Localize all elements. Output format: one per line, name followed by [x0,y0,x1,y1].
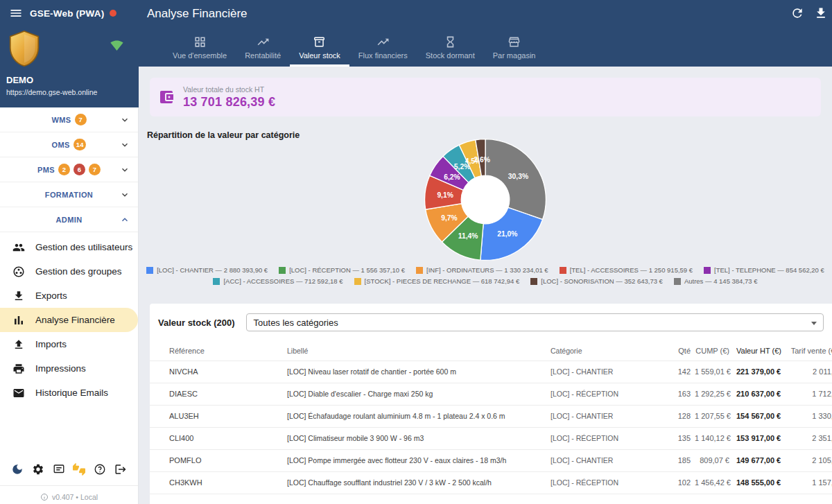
refresh-icon[interactable] [790,6,804,20]
environment-name: DEMO [6,75,33,85]
column-header: Valeur HT (€) [736,341,782,360]
sidebar-group-wms[interactable]: WMS 7 [0,107,138,132]
legend-swatch [704,267,711,274]
divider [0,485,138,486]
version-label: v0.407 • Local [52,493,98,501]
tab-label: Vue d'ensemble [173,51,227,60]
legend-swatch [354,278,361,285]
cell-categorie: [LOC] - RÉCEPTION [542,383,667,405]
cell-qte: 163 [667,383,695,405]
category-select[interactable]: Toutes les catégories [246,313,824,331]
hamburger-menu-icon[interactable] [9,6,23,20]
cell-categorie: [LOC] - CHANTIER [542,405,667,427]
menu-item-label: Gestion des groupes [35,266,122,277]
group-label: FORMATION [45,191,93,199]
table-row[interactable]: ALU3EH [LOC] Échafaudage roulant alumini… [150,405,832,427]
cell-categorie: [LOC] - CHANTIER [542,449,667,471]
legend-swatch [213,278,220,285]
chat-icon[interactable] [53,463,65,476]
menu-item-impressions[interactable]: Impressions [0,356,138,381]
tab-par-magasin[interactable]: Par magasin [484,28,545,67]
tab-stock-dormant[interactable]: Stock dormant [417,28,484,67]
cell-qte: 128 [667,405,695,427]
table-row[interactable]: NIVCHA [LOC] Niveau laser rotatif de cha… [150,360,832,383]
cell-categorie: [LOC] - RÉCEPTION [542,471,667,494]
legend-item: [LOC] - RÉCEPTION — 1 556 357,10 € [279,266,405,274]
cell-libelle: [LOC] Échafaudage roulant aluminium 4.8 … [279,405,542,427]
sidebar-group-pms[interactable]: PMS 2 6 7 [0,157,138,182]
table-row[interactable]: CLI400 [LOC] Climatiseur mobile 3 900 W … [150,427,832,449]
chevron-down-icon [120,165,130,175]
cell-valeur-ht: 148 555,00 € [736,471,782,494]
table-row[interactable]: CH3KWH [LOC] Chauffage soufflant industr… [150,471,832,494]
badge: 14 [73,139,87,150]
svg-text:9,7%: 9,7% [441,214,458,222]
menu-item-exports[interactable]: Exports [0,284,138,308]
help-icon[interactable] [94,463,106,476]
cell-cump: 809,07 € [695,449,736,471]
wallet-icon [158,89,175,105]
legend-item: [INF] - ORDINATEURS — 1 330 234,01 € [416,266,548,274]
cell-qte: 185 [667,449,695,471]
svg-text:30,3%: 30,3% [508,173,528,180]
sidebar-group-oms[interactable]: OMS 14 [0,132,138,157]
cell-valeur-ht: 210 637,00 € [736,383,782,405]
badge: 7 [75,114,87,125]
menu-item-historique-emails[interactable]: Historique Emails [0,381,138,405]
table-header-row: Référence Libellé Catégorie Qté CUMP (€)… [150,341,832,360]
tab-flux-financiers[interactable]: Flux financiers [349,28,417,67]
cell-tarif-vente: 1 712,5 [782,383,832,405]
environment-url: https://demo.gse-web.online [6,88,97,96]
stock-table: Référence Libellé Catégorie Qté CUMP (€)… [150,341,832,495]
column-header: Qté [667,341,695,360]
tab-valeur-stock[interactable]: Valeur stock [290,28,349,67]
settings-gear-icon[interactable] [32,463,44,476]
svg-text:2,6%: 2,6% [474,156,490,164]
groups-icon [12,266,25,278]
cell-reference: CLI400 [150,427,279,449]
download-icon[interactable] [814,6,828,20]
mail-icon [12,387,25,399]
tab-rentabilite[interactable]: Rentabilité [236,28,290,67]
dark-mode-icon[interactable] [11,463,24,476]
cell-cump: 1 207,55 € [695,405,736,427]
archive-icon [313,35,326,49]
group-label: ADMIN [55,216,82,224]
upload-icon [12,338,25,351]
shield-logo [6,29,43,71]
sidebar-group-formation[interactable]: FORMATION [0,182,138,207]
table-row[interactable]: POMFLO [LOC] Pompe immergée avec flotteu… [150,449,832,471]
feedback-thumbs-icon[interactable] [73,463,85,476]
cell-libelle: [LOC] Niveau laser rotatif de chantier -… [279,360,542,383]
cell-libelle: [LOC] Pompe immergée avec flotteur 230 V… [279,449,542,471]
menu-item-gestion-utilisateurs[interactable]: Gestion des utilisateurs [0,235,138,259]
table-row[interactable]: DIAESC [LOC] Diable d'escalier - Charge … [150,383,832,405]
cell-tarif-vente: 1 157,8 [782,471,832,494]
sidebar-group-admin[interactable]: ADMIN [0,207,138,232]
logout-icon[interactable] [114,463,127,476]
legend-swatch [279,267,286,274]
card-value: 13 701 826,39 € [183,95,275,110]
category-select-value: Toutes les catégories [254,318,338,328]
legend-swatch [530,278,537,285]
menu-item-gestion-groupes[interactable]: Gestion des groupes [0,259,138,284]
chevron-down-icon [120,190,130,200]
column-header: Catégorie [542,341,667,360]
legend-item: Autres — 4 145 384,73 € [674,277,758,285]
grid-icon [193,35,207,49]
legend-swatch [416,267,423,274]
menu-item-label: Gestion des utilisateurs [35,242,132,252]
menu-item-label: Historique Emails [35,388,108,398]
sidebar-footer-icons [0,457,138,482]
sidebar: WMS 7 OMS 14 PMS 2 6 7 FORMATION ADMIN [0,107,139,504]
cell-cump: 1 456,42 € [695,471,736,494]
tab-vue-densemble[interactable]: Vue d'ensemble [164,28,236,67]
cell-valeur-ht: 149 677,00 € [736,449,782,471]
menu-item-imports[interactable]: Imports [0,332,138,356]
bar-chart-icon [12,314,25,327]
group-label: OMS [52,141,70,149]
cell-qte: 102 [667,471,695,494]
menu-item-analyse-financiere[interactable]: Analyse Financière [0,308,138,332]
cell-valeur-ht: 221 379,00 € [736,360,782,383]
download-icon [12,290,25,302]
